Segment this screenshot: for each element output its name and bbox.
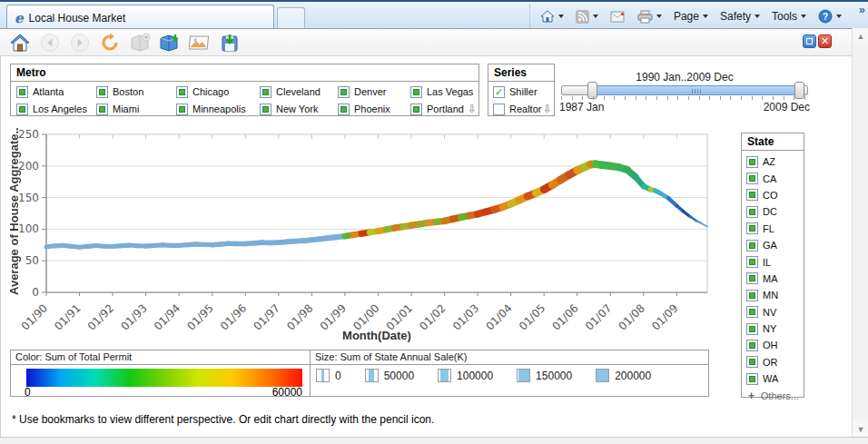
browser-tab[interactable]: e Local House Market: [6, 5, 274, 30]
metro-item-new-york[interactable]: New York: [260, 101, 338, 117]
green-checkbox-icon: [746, 156, 758, 168]
add-bookmark-icon: [129, 33, 151, 53]
command-bar: Page Safety Tools ?: [529, 5, 844, 28]
state-item-il[interactable]: IL: [746, 253, 799, 270]
read-mail-button[interactable]: [607, 9, 628, 25]
restore-window-button[interactable]: [803, 35, 816, 48]
state-item-label: CO: [763, 190, 778, 201]
green-checkbox-icon: [746, 290, 758, 301]
metro-item-phoenix[interactable]: Phoenix: [338, 101, 410, 117]
refresh-icon: [100, 33, 120, 53]
slider-min-label: 1987 Jan: [559, 101, 604, 113]
color-legend-max: 60000: [272, 386, 302, 399]
size-legend-value: 100000: [457, 370, 493, 382]
state-item-oh[interactable]: OH: [746, 337, 799, 353]
state-item-label: NV: [763, 307, 776, 318]
green-checkbox-icon: [746, 373, 758, 385]
home-button[interactable]: [538, 7, 567, 25]
tools-caret-icon: [801, 15, 806, 18]
series-expand-icon[interactable]: ⇩: [543, 103, 552, 115]
state-item-az[interactable]: AZ: [746, 153, 799, 170]
metro-item-los-angeles[interactable]: Los Angeles: [16, 101, 96, 117]
green-checkbox-icon: [338, 86, 350, 98]
svg-text:50: 50: [25, 254, 39, 267]
vertical-scrollbar[interactable]: ▲ ▼: [852, 28, 868, 437]
scroll-down-arrow-icon[interactable]: ▼: [853, 421, 868, 437]
slider-selected-range[interactable]: [593, 85, 800, 95]
state-item-others[interactable]: +Others...: [746, 387, 799, 403]
image-export-button[interactable]: [189, 32, 211, 54]
window-controls: ✕: [803, 35, 832, 48]
metro-item-cleveland[interactable]: Cleveland: [260, 84, 338, 100]
save-button[interactable]: [219, 32, 241, 54]
printer-icon: [637, 10, 653, 24]
size-swatch-icon: [365, 369, 379, 382]
help-menu[interactable]: ?: [815, 7, 844, 25]
safety-menu[interactable]: Safety: [717, 8, 763, 25]
metro-item-portland[interactable]: Portland: [410, 101, 475, 117]
size-legend-value: 150000: [536, 370, 572, 382]
green-checkbox-icon: [260, 104, 271, 115]
unchecked-checkbox-icon: [493, 104, 505, 115]
help-caret-icon: [836, 15, 842, 18]
metro-panel-title: Metro: [11, 64, 478, 82]
metro-item-label: Denver: [354, 86, 386, 97]
feeds-button[interactable]: [573, 8, 601, 25]
state-item-dc[interactable]: DC: [746, 203, 799, 220]
metro-item-boston[interactable]: Boston: [96, 84, 176, 100]
metro-item-las-vegas[interactable]: Las Vegas: [410, 84, 475, 100]
state-item-ny[interactable]: NY: [746, 321, 799, 337]
refresh-button[interactable]: [99, 32, 121, 54]
state-item-wa[interactable]: WA: [746, 370, 799, 387]
state-item-ga[interactable]: GA: [746, 237, 799, 253]
metro-item-atlanta[interactable]: Atlanta: [16, 84, 96, 100]
tools-menu[interactable]: Tools: [769, 8, 809, 25]
print-button[interactable]: [635, 8, 665, 25]
metro-expand-icon[interactable]: ⇩: [468, 103, 477, 115]
bookmarks-button[interactable]: [159, 32, 181, 54]
close-window-button[interactable]: ✕: [818, 35, 832, 48]
state-item-fl[interactable]: FL: [746, 221, 799, 237]
print-caret-icon: [656, 15, 662, 18]
state-item-label: GA: [763, 240, 777, 251]
green-checkbox-icon: [746, 340, 758, 351]
state-item-mn[interactable]: MN: [746, 287, 799, 303]
metro-item-denver[interactable]: Denver: [338, 84, 410, 100]
back-button[interactable]: [39, 32, 61, 54]
footer-note: * Use bookmarks to view different perspe…: [12, 413, 434, 426]
metro-item-chicago[interactable]: Chicago: [176, 84, 260, 100]
state-item-co[interactable]: CO: [746, 187, 799, 203]
tab-bar: e Local House Market Page: [0, 0, 868, 28]
page-menu[interactable]: Page: [671, 8, 711, 25]
size-legend-items: 050000100000150000200000: [311, 365, 708, 382]
series-item-realtor[interactable]: Realtor: [493, 101, 549, 117]
add-bookmark-button[interactable]: [129, 32, 151, 54]
green-checkbox-icon: [746, 173, 758, 184]
green-checkbox-icon: [746, 356, 758, 368]
command-overflow-chevron[interactable]: »: [859, 3, 865, 16]
state-item-nv[interactable]: NV: [746, 304, 799, 321]
metro-item-label: Boston: [113, 86, 143, 97]
svg-text:200: 200: [18, 160, 39, 173]
forward-button[interactable]: [69, 32, 91, 54]
new-tab-stub[interactable]: [277, 7, 305, 30]
green-checkbox-icon: [746, 256, 758, 268]
scroll-up-arrow-icon[interactable]: ▲: [853, 28, 868, 44]
state-item-or[interactable]: OR: [746, 354, 799, 370]
metro-item-miami[interactable]: Miami: [96, 101, 176, 117]
metro-item-label: Los Angeles: [33, 104, 87, 114]
green-checkbox-icon: [746, 222, 758, 234]
green-checkbox-icon: [96, 86, 108, 98]
green-checkbox-icon: [746, 189, 758, 201]
state-item-ca[interactable]: CA: [746, 170, 799, 186]
image-icon: [189, 33, 211, 53]
size-legend-value: 200000: [615, 370, 651, 382]
state-item-ma[interactable]: MA: [746, 271, 799, 287]
metro-item-minneapolis[interactable]: Minneapolis: [176, 101, 260, 117]
series-item-label: Realtor: [509, 104, 541, 114]
ie-favicon-icon: e: [15, 10, 24, 26]
series-item-shiller[interactable]: ✓Shiller: [493, 84, 549, 100]
app-home-button[interactable]: [9, 32, 31, 54]
save-icon: [220, 33, 240, 53]
state-item-label: CA: [763, 173, 776, 184]
